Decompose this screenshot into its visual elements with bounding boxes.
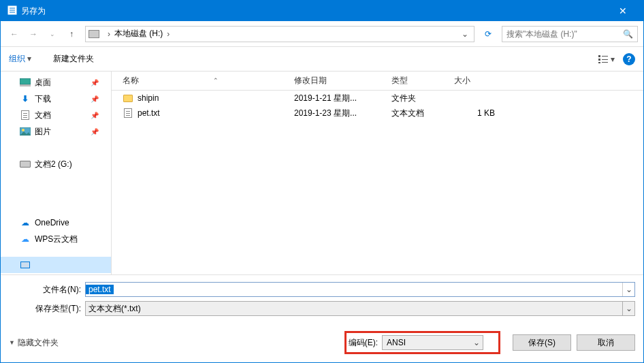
view-button[interactable]: ▾	[598, 54, 615, 64]
sidebar-item[interactable]: ☁WPS云文档	[1, 231, 111, 247]
download-icon: ⬇	[20, 93, 31, 104]
file-name: pet.txt	[138, 108, 160, 118]
sidebar-item[interactable]: 文档2 (G:)	[1, 156, 111, 172]
file-row[interactable]: shipin2019-1-21 星期...文件夹	[112, 91, 643, 106]
forward-button[interactable]: →	[25, 26, 42, 42]
sidebar-item-label: WPS云文档	[35, 234, 78, 245]
filename-value[interactable]: pet.txt	[86, 285, 114, 294]
new-folder-button[interactable]: 新建文件夹	[53, 53, 94, 65]
app-icon	[7, 5, 17, 17]
svg-rect-6	[598, 59, 600, 61]
sidebar-item[interactable]	[1, 189, 111, 205]
titlebar: 另存为 ✕	[1, 1, 643, 21]
file-name: shipin	[138, 93, 159, 103]
nav-bar: ← → ⌄ ↑ › 本地磁盘 (H:) › ⌄ ⟳ 🔍	[1, 21, 643, 47]
file-type: 文件夹	[391, 93, 454, 104]
svg-rect-11	[20, 84, 31, 86]
pin-icon: 📌	[91, 112, 99, 119]
col-name[interactable]: 名称⌃	[123, 72, 294, 90]
svg-point-13	[22, 129, 25, 131]
col-date[interactable]: 修改日期	[294, 72, 391, 90]
file-date: 2019-1-21 星期...	[294, 93, 391, 104]
pin-icon: 📌	[91, 95, 99, 103]
close-button[interactable]: ✕	[609, 5, 637, 16]
sidebar-item[interactable]	[1, 140, 111, 156]
sidebar-item-label: 文档	[35, 110, 51, 121]
filetype-dropdown-icon[interactable]: ⌄	[622, 302, 634, 315]
svg-rect-9	[602, 62, 608, 63]
encoding-value: ANSI	[383, 338, 470, 347]
encoding-dropdown-icon[interactable]: ⌄	[470, 338, 483, 347]
col-type[interactable]: 类型	[391, 72, 454, 90]
search-input[interactable]	[502, 27, 637, 42]
desktop-icon	[20, 77, 31, 88]
file-icon	[123, 108, 133, 119]
pin-icon: 📌	[91, 79, 99, 86]
pin-icon: 📌	[91, 128, 99, 136]
svg-rect-7	[602, 59, 608, 60]
svg-rect-5	[602, 56, 608, 57]
filename-dropdown-icon[interactable]: ⌄	[622, 283, 634, 296]
filename-field[interactable]: pet.txt ⌄	[85, 282, 635, 297]
recent-dropdown[interactable]: ⌄	[44, 26, 61, 42]
doc-icon	[20, 110, 31, 121]
wps-icon: ☁	[20, 234, 31, 244]
encoding-label: 编码(E):	[349, 337, 378, 349]
filename-label: 文件名(N):	[9, 284, 81, 296]
cancel-button[interactable]: 取消	[577, 334, 635, 351]
sidebar-item[interactable]: 桌面📌	[1, 74, 111, 91]
file-list: shipin2019-1-21 星期...文件夹pet.txt2019-1-23…	[112, 91, 643, 274]
refresh-button[interactable]: ⟳	[480, 29, 496, 39]
search-box[interactable]: 🔍	[502, 26, 638, 42]
save-button[interactable]: 保存(S)	[513, 334, 571, 351]
bottom-panel: 文件名(N): pet.txt ⌄ 保存类型(T): 文本文档(*.txt) ⌄…	[1, 274, 643, 362]
organize-menu[interactable]: 组织 ▾	[9, 53, 48, 65]
triangle-down-icon: ▼	[9, 339, 15, 346]
sidebar: 桌面📌⬇下载📌文档📌图片📌文档2 (G:)☁OneDrive☁WPS云文档本地磁…	[1, 72, 112, 274]
up-button[interactable]: ↑	[63, 26, 80, 42]
path-dropdown-icon[interactable]: ⌄	[462, 29, 468, 39]
hide-folders-toggle[interactable]: ▼隐藏文件夹	[9, 337, 59, 349]
sidebar-item[interactable]: 文档📌	[1, 107, 111, 123]
chevron-right-icon: ›	[108, 29, 110, 39]
back-button[interactable]: ←	[6, 26, 22, 42]
sidebar-item[interactable]: 图片📌	[1, 123, 111, 140]
chevron-right-icon: ›	[167, 29, 170, 39]
help-button[interactable]: ?	[623, 53, 635, 65]
sidebar-item-label: 图片	[35, 126, 51, 138]
blank-icon	[20, 191, 31, 202]
chevron-down-icon: ▾	[27, 54, 31, 63]
sidebar-item[interactable]	[1, 172, 111, 189]
blank-icon	[20, 175, 31, 186]
blank-icon	[20, 142, 31, 153]
encoding-field[interactable]: ANSI ⌄	[382, 335, 483, 350]
sidebar-item-label: 文档2 (G:)	[35, 159, 72, 170]
sidebar-item[interactable]	[1, 257, 111, 273]
filetype-value: 文本文档(*.txt)	[86, 303, 622, 315]
search-icon[interactable]: 🔍	[623, 29, 633, 39]
window-title: 另存为	[21, 5, 609, 17]
pic-icon	[20, 126, 31, 137]
file-row[interactable]: pet.txt2019-1-23 星期...文本文档1 KB	[112, 106, 643, 121]
svg-rect-10	[20, 78, 31, 84]
col-size[interactable]: 大小	[454, 72, 509, 90]
address-bar[interactable]: › 本地磁盘 (H:) › ⌄	[85, 26, 474, 42]
filetype-field[interactable]: 文本文档(*.txt) ⌄	[85, 301, 635, 316]
file-type: 文本文档	[391, 108, 454, 119]
sort-indicator-icon: ⌃	[213, 77, 219, 84]
sidebar-item[interactable]: ⬇下载📌	[1, 91, 111, 107]
svg-rect-4	[598, 55, 600, 57]
sidebar-item[interactable]: ☁OneDrive	[1, 215, 111, 231]
file-area: 名称⌃ 修改日期 类型 大小 shipin2019-1-21 星期...文件夹p…	[112, 72, 643, 274]
drive-icon	[88, 30, 99, 38]
disk-icon	[20, 159, 31, 170]
sidebar-item-label: 下载	[35, 93, 51, 105]
filetype-label: 保存类型(T):	[9, 303, 81, 315]
folder-icon	[123, 93, 133, 104]
svg-rect-8	[598, 62, 600, 63]
sidebar-item-label: 桌面	[35, 77, 51, 89]
sidebar-item[interactable]: 本地磁盘 (H:)	[1, 273, 111, 274]
onedrive-icon: ☁	[20, 217, 31, 228]
monitor-icon	[20, 259, 31, 270]
path-segment[interactable]: 本地磁盘 (H:)	[114, 28, 163, 40]
